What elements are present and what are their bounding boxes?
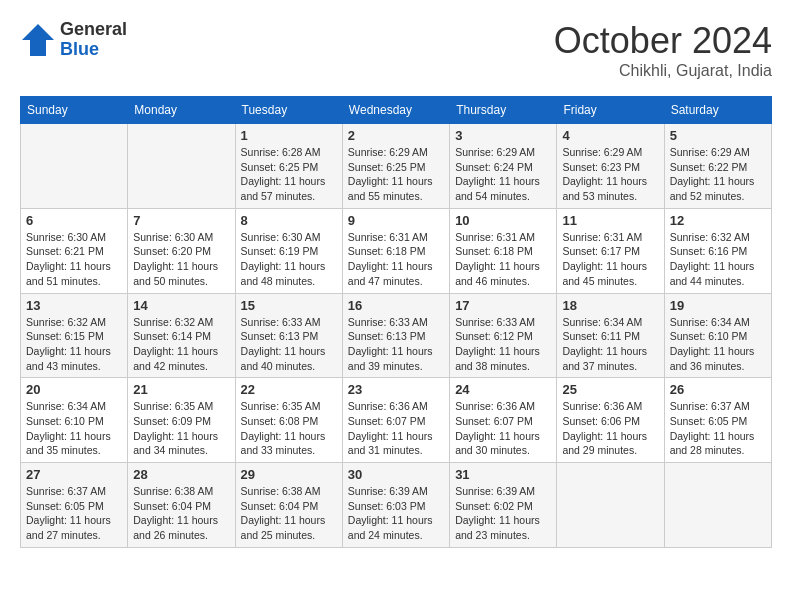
cell-content: Sunrise: 6:29 AMSunset: 6:22 PMDaylight:… [670, 145, 766, 204]
day-number: 11 [562, 213, 658, 228]
calendar-cell: 22Sunrise: 6:35 AMSunset: 6:08 PMDayligh… [235, 378, 342, 463]
cell-content: Sunrise: 6:39 AMSunset: 6:03 PMDaylight:… [348, 484, 444, 543]
day-number: 9 [348, 213, 444, 228]
cell-content: Sunrise: 6:29 AMSunset: 6:24 PMDaylight:… [455, 145, 551, 204]
day-number: 31 [455, 467, 551, 482]
day-number: 19 [670, 298, 766, 313]
calendar-cell [664, 463, 771, 548]
day-number: 27 [26, 467, 122, 482]
cell-content: Sunrise: 6:34 AMSunset: 6:10 PMDaylight:… [670, 315, 766, 374]
calendar-week-row: 6Sunrise: 6:30 AMSunset: 6:21 PMDaylight… [21, 208, 772, 293]
cell-content: Sunrise: 6:30 AMSunset: 6:19 PMDaylight:… [241, 230, 337, 289]
calendar-cell: 25Sunrise: 6:36 AMSunset: 6:06 PMDayligh… [557, 378, 664, 463]
calendar-cell: 24Sunrise: 6:36 AMSunset: 6:07 PMDayligh… [450, 378, 557, 463]
calendar-cell: 5Sunrise: 6:29 AMSunset: 6:22 PMDaylight… [664, 124, 771, 209]
calendar-cell: 20Sunrise: 6:34 AMSunset: 6:10 PMDayligh… [21, 378, 128, 463]
day-number: 4 [562, 128, 658, 143]
calendar-cell: 12Sunrise: 6:32 AMSunset: 6:16 PMDayligh… [664, 208, 771, 293]
calendar-cell: 9Sunrise: 6:31 AMSunset: 6:18 PMDaylight… [342, 208, 449, 293]
day-number: 26 [670, 382, 766, 397]
weekday-header: Sunday [21, 97, 128, 124]
calendar-cell: 6Sunrise: 6:30 AMSunset: 6:21 PMDaylight… [21, 208, 128, 293]
day-number: 30 [348, 467, 444, 482]
day-number: 25 [562, 382, 658, 397]
calendar-cell: 14Sunrise: 6:32 AMSunset: 6:14 PMDayligh… [128, 293, 235, 378]
calendar-header: SundayMondayTuesdayWednesdayThursdayFrid… [21, 97, 772, 124]
weekday-header: Tuesday [235, 97, 342, 124]
cell-content: Sunrise: 6:33 AMSunset: 6:13 PMDaylight:… [348, 315, 444, 374]
calendar-cell: 10Sunrise: 6:31 AMSunset: 6:18 PMDayligh… [450, 208, 557, 293]
calendar-cell: 28Sunrise: 6:38 AMSunset: 6:04 PMDayligh… [128, 463, 235, 548]
calendar-week-row: 1Sunrise: 6:28 AMSunset: 6:25 PMDaylight… [21, 124, 772, 209]
day-number: 17 [455, 298, 551, 313]
cell-content: Sunrise: 6:32 AMSunset: 6:15 PMDaylight:… [26, 315, 122, 374]
cell-content: Sunrise: 6:28 AMSunset: 6:25 PMDaylight:… [241, 145, 337, 204]
cell-content: Sunrise: 6:35 AMSunset: 6:08 PMDaylight:… [241, 399, 337, 458]
calendar-table: SundayMondayTuesdayWednesdayThursdayFrid… [20, 96, 772, 548]
calendar-cell: 8Sunrise: 6:30 AMSunset: 6:19 PMDaylight… [235, 208, 342, 293]
cell-content: Sunrise: 6:29 AMSunset: 6:23 PMDaylight:… [562, 145, 658, 204]
calendar-cell: 7Sunrise: 6:30 AMSunset: 6:20 PMDaylight… [128, 208, 235, 293]
calendar-cell: 27Sunrise: 6:37 AMSunset: 6:05 PMDayligh… [21, 463, 128, 548]
cell-content: Sunrise: 6:31 AMSunset: 6:17 PMDaylight:… [562, 230, 658, 289]
calendar-cell: 29Sunrise: 6:38 AMSunset: 6:04 PMDayligh… [235, 463, 342, 548]
calendar-cell: 4Sunrise: 6:29 AMSunset: 6:23 PMDaylight… [557, 124, 664, 209]
cell-content: Sunrise: 6:34 AMSunset: 6:10 PMDaylight:… [26, 399, 122, 458]
cell-content: Sunrise: 6:30 AMSunset: 6:21 PMDaylight:… [26, 230, 122, 289]
logo-general-text: General [60, 20, 127, 40]
cell-content: Sunrise: 6:30 AMSunset: 6:20 PMDaylight:… [133, 230, 229, 289]
day-number: 22 [241, 382, 337, 397]
day-number: 3 [455, 128, 551, 143]
calendar-cell: 2Sunrise: 6:29 AMSunset: 6:25 PMDaylight… [342, 124, 449, 209]
location-subtitle: Chikhli, Gujarat, India [554, 62, 772, 80]
weekday-header: Monday [128, 97, 235, 124]
day-number: 5 [670, 128, 766, 143]
calendar-cell: 18Sunrise: 6:34 AMSunset: 6:11 PMDayligh… [557, 293, 664, 378]
day-number: 28 [133, 467, 229, 482]
calendar-week-row: 20Sunrise: 6:34 AMSunset: 6:10 PMDayligh… [21, 378, 772, 463]
day-number: 21 [133, 382, 229, 397]
calendar-cell: 31Sunrise: 6:39 AMSunset: 6:02 PMDayligh… [450, 463, 557, 548]
cell-content: Sunrise: 6:32 AMSunset: 6:16 PMDaylight:… [670, 230, 766, 289]
cell-content: Sunrise: 6:39 AMSunset: 6:02 PMDaylight:… [455, 484, 551, 543]
day-number: 23 [348, 382, 444, 397]
calendar-cell: 16Sunrise: 6:33 AMSunset: 6:13 PMDayligh… [342, 293, 449, 378]
logo-icon [20, 22, 56, 58]
cell-content: Sunrise: 6:33 AMSunset: 6:13 PMDaylight:… [241, 315, 337, 374]
day-number: 24 [455, 382, 551, 397]
calendar-cell: 21Sunrise: 6:35 AMSunset: 6:09 PMDayligh… [128, 378, 235, 463]
cell-content: Sunrise: 6:29 AMSunset: 6:25 PMDaylight:… [348, 145, 444, 204]
cell-content: Sunrise: 6:36 AMSunset: 6:07 PMDaylight:… [348, 399, 444, 458]
cell-content: Sunrise: 6:38 AMSunset: 6:04 PMDaylight:… [241, 484, 337, 543]
calendar-cell: 23Sunrise: 6:36 AMSunset: 6:07 PMDayligh… [342, 378, 449, 463]
day-number: 12 [670, 213, 766, 228]
calendar-cell: 3Sunrise: 6:29 AMSunset: 6:24 PMDaylight… [450, 124, 557, 209]
day-number: 20 [26, 382, 122, 397]
logo: General Blue [20, 20, 127, 60]
calendar-week-row: 27Sunrise: 6:37 AMSunset: 6:05 PMDayligh… [21, 463, 772, 548]
cell-content: Sunrise: 6:38 AMSunset: 6:04 PMDaylight:… [133, 484, 229, 543]
day-number: 8 [241, 213, 337, 228]
svg-marker-0 [22, 24, 54, 56]
day-number: 16 [348, 298, 444, 313]
logo-blue-text: Blue [60, 40, 127, 60]
weekday-header: Saturday [664, 97, 771, 124]
calendar-cell: 15Sunrise: 6:33 AMSunset: 6:13 PMDayligh… [235, 293, 342, 378]
calendar-cell [128, 124, 235, 209]
calendar-cell: 30Sunrise: 6:39 AMSunset: 6:03 PMDayligh… [342, 463, 449, 548]
calendar-cell: 26Sunrise: 6:37 AMSunset: 6:05 PMDayligh… [664, 378, 771, 463]
calendar-cell: 1Sunrise: 6:28 AMSunset: 6:25 PMDaylight… [235, 124, 342, 209]
cell-content: Sunrise: 6:37 AMSunset: 6:05 PMDaylight:… [670, 399, 766, 458]
calendar-cell [557, 463, 664, 548]
calendar-body: 1Sunrise: 6:28 AMSunset: 6:25 PMDaylight… [21, 124, 772, 548]
day-number: 15 [241, 298, 337, 313]
calendar-cell: 13Sunrise: 6:32 AMSunset: 6:15 PMDayligh… [21, 293, 128, 378]
day-number: 1 [241, 128, 337, 143]
day-number: 13 [26, 298, 122, 313]
weekday-header: Wednesday [342, 97, 449, 124]
calendar-cell [21, 124, 128, 209]
cell-content: Sunrise: 6:34 AMSunset: 6:11 PMDaylight:… [562, 315, 658, 374]
cell-content: Sunrise: 6:31 AMSunset: 6:18 PMDaylight:… [455, 230, 551, 289]
day-number: 2 [348, 128, 444, 143]
day-number: 7 [133, 213, 229, 228]
